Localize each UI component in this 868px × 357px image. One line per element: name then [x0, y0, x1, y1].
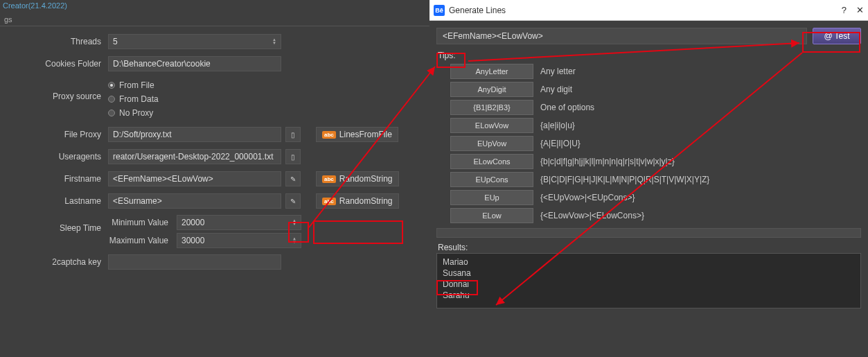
tip-button[interactable]: AnyLetter: [450, 64, 533, 79]
useragents-input[interactable]: [108, 149, 281, 164]
radio-no-proxy[interactable]: No Proxy: [108, 108, 159, 118]
lastname-label: Lastname: [3, 196, 108, 206]
min-value-label: Minimum Value: [108, 218, 174, 227]
cookies-label: Cookies Folder: [3, 59, 108, 69]
tip-description: {A|E|I|O|U}: [540, 139, 581, 148]
max-value-label: Maximum Value: [108, 236, 174, 245]
window-title: Creator(21.4.2022): [0, 0, 429, 14]
radio-from-data[interactable]: From Data: [108, 94, 159, 104]
behance-icon: Bē: [434, 5, 445, 16]
tip-description: One of options: [540, 103, 594, 112]
dialog-titlebar: Bē Generate Lines ? ✕: [429, 0, 868, 21]
browse-file-icon[interactable]: ▯: [285, 149, 301, 164]
expression-input[interactable]: [436, 28, 807, 44]
help-icon[interactable]: ?: [842, 5, 847, 15]
abc-icon: abc: [322, 198, 336, 205]
browse-file-icon[interactable]: ▯: [285, 127, 301, 142]
result-line: Donnai: [443, 279, 855, 290]
tip-row: ELowCons{b|c|d|f|g|h|j|k|l|m|n|n|q|r|s|t…: [436, 154, 861, 169]
generate-lines-dialog: Bē Generate Lines ? ✕ @Test Tips: AnyLet…: [429, 0, 868, 357]
tip-description: {<EUpVow>|<EUpCons>}: [540, 193, 635, 202]
test-button[interactable]: @Test: [813, 28, 861, 44]
tip-description: {B|C|D|F|G|H|J|K|L|M|N|P|Q|R|S|T|V|W|X|Y…: [540, 175, 709, 184]
tip-description: {b|c|d|f|g|h|j|k|l|m|n|n|q|r|s|t|v|w|x|y…: [540, 157, 675, 166]
spinner-arrows-icon[interactable]: ▲▼: [292, 219, 296, 226]
tip-row: {B1|B2|B3}One of options: [436, 100, 861, 115]
max-value-input[interactable]: 30000▲▼: [177, 233, 301, 248]
random-string-button[interactable]: abcRandomString: [316, 193, 399, 209]
captcha-input[interactable]: [108, 254, 281, 270]
abc-icon: abc: [322, 175, 336, 183]
horizontal-scrollbar[interactable]: [436, 228, 861, 238]
proxy-source-label: Proxy source: [3, 78, 108, 101]
close-icon[interactable]: ✕: [856, 5, 864, 15]
settings-window: Creator(21.4.2022) gs Threads 5 ▲▼ Cooki…: [0, 0, 429, 357]
tip-row: ELow{<ELowVow>|<ELowCons>}: [436, 208, 861, 223]
tab-bar[interactable]: gs: [0, 14, 429, 26]
lastname-input[interactable]: [108, 193, 281, 209]
radio-icon: [108, 82, 115, 89]
tip-row: EUp{<EUpVow>|<EUpCons>}: [436, 190, 861, 205]
tip-row: AnyLetterAny letter: [436, 64, 861, 79]
min-value-input[interactable]: 20000▲▼: [177, 215, 301, 230]
dialog-title: Generate Lines: [449, 6, 506, 15]
tip-button[interactable]: EUpVow: [450, 136, 533, 151]
threads-input[interactable]: 5 ▲▼: [108, 34, 281, 49]
tips-list: AnyLetterAny letterAnyDigitAny digit{B1|…: [436, 64, 861, 226]
radio-icon: [108, 96, 115, 103]
tip-description: Any digit: [540, 85, 572, 94]
tip-description: Any letter: [540, 67, 576, 76]
radio-from-file[interactable]: From File: [108, 80, 159, 90]
results-label: Results:: [436, 242, 469, 253]
tip-description: {a|e|i|o|u}: [540, 121, 575, 130]
threads-label: Threads: [3, 37, 108, 46]
spinner-arrows-icon[interactable]: ▲▼: [272, 38, 276, 45]
file-proxy-label: File Proxy: [3, 130, 108, 139]
tips-label: Tips:: [436, 50, 457, 61]
lines-from-file-button[interactable]: abcLinesFromFile: [316, 127, 398, 142]
firstname-input[interactable]: [108, 171, 281, 186]
useragents-label: Useragents: [3, 152, 108, 162]
at-icon: @: [824, 31, 832, 41]
edit-icon[interactable]: ✎: [285, 193, 301, 209]
tip-button[interactable]: EUpCons: [450, 172, 533, 187]
sleep-label: Sleep Time: [3, 215, 108, 233]
captcha-label: 2captcha key: [3, 257, 108, 267]
abc-icon: abc: [322, 131, 336, 139]
random-string-button[interactable]: abcRandomString: [316, 171, 399, 186]
cookies-input[interactable]: [108, 56, 281, 71]
tip-description: {<ELowVow>|<ELowCons>}: [540, 211, 644, 220]
results-output: MariaoSusanaDonnaiSarahu: [436, 253, 861, 308]
result-line: Mariao: [443, 256, 855, 268]
tip-button[interactable]: {B1|B2|B3}: [450, 100, 533, 115]
edit-icon[interactable]: ✎: [285, 171, 301, 186]
firstname-label: Firstname: [3, 174, 108, 184]
result-line: Susana: [443, 268, 855, 279]
tip-button[interactable]: EUp: [450, 190, 533, 205]
result-line: Sarahu: [443, 290, 855, 301]
tip-row: AnyDigitAny digit: [436, 82, 861, 97]
tip-button[interactable]: ELow: [450, 208, 533, 223]
tip-row: EUpVow{A|E|I|O|U}: [436, 136, 861, 151]
tip-button[interactable]: AnyDigit: [450, 82, 533, 97]
spinner-arrows-icon[interactable]: ▲▼: [292, 237, 296, 244]
tip-button[interactable]: ELowCons: [450, 154, 533, 169]
file-proxy-input[interactable]: [108, 127, 281, 142]
tip-row: EUpCons{B|C|D|F|G|H|J|K|L|M|N|P|Q|R|S|T|…: [436, 172, 861, 187]
tip-row: ELowVow{a|e|i|o|u}: [436, 118, 861, 133]
radio-icon: [108, 110, 115, 116]
tip-button[interactable]: ELowVow: [450, 118, 533, 133]
